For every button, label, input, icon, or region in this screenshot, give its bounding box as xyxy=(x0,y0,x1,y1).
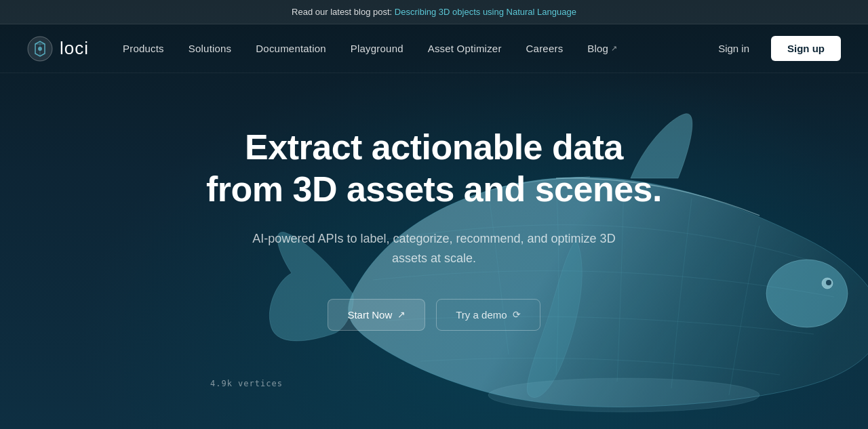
hero-title: Extract actionable data from 3D assets a… xyxy=(206,127,662,210)
nav-item-asset-optimizer[interactable]: Asset Optimizer xyxy=(428,43,502,54)
start-now-button[interactable]: Start Now ↗ xyxy=(328,299,425,331)
svg-point-5 xyxy=(38,47,42,51)
logo-icon xyxy=(27,36,53,62)
nav-auth: Sign in Sign up xyxy=(707,36,841,61)
logo-link[interactable]: loci xyxy=(27,36,89,62)
nav-item-blog[interactable]: Blog ↗ xyxy=(587,43,617,54)
announcement-link[interactable]: Describing 3D objects using Natural Lang… xyxy=(395,7,576,17)
nav-item-playground[interactable]: Playground xyxy=(351,43,403,54)
announcement-bar: Read our latest blog post: Describing 3D… xyxy=(0,0,868,24)
logo-text: loci xyxy=(60,38,89,59)
hero-ctas: Start Now ↗ Try a demo ⟳ xyxy=(328,299,540,331)
sign-in-button[interactable]: Sign in xyxy=(707,37,760,60)
try-demo-button[interactable]: Try a demo ⟳ xyxy=(436,299,540,331)
nav-links: Products Solutions Documentation Playgro… xyxy=(123,43,707,54)
hero-subtitle: AI-powered APIs to label, categorize, re… xyxy=(244,229,624,269)
vertex-count-label: 4.9k vertices xyxy=(210,379,283,388)
nav-item-documentation[interactable]: Documentation xyxy=(256,43,326,54)
announcement-prefix: Read our latest blog post: xyxy=(292,7,395,17)
refresh-icon: ⟳ xyxy=(513,309,521,320)
nav-item-careers[interactable]: Careers xyxy=(526,43,564,54)
svg-point-3 xyxy=(488,378,760,412)
nav-item-products[interactable]: Products xyxy=(123,43,164,54)
external-link-icon: ↗ xyxy=(611,44,617,53)
external-arrow-icon: ↗ xyxy=(397,309,406,320)
main-nav: loci Products Solutions Documentation Pl… xyxy=(0,24,868,73)
nav-item-solutions[interactable]: Solutions xyxy=(189,43,232,54)
sign-up-button[interactable]: Sign up xyxy=(771,36,841,61)
hero-section: Extract actionable data from 3D assets a… xyxy=(0,73,868,331)
